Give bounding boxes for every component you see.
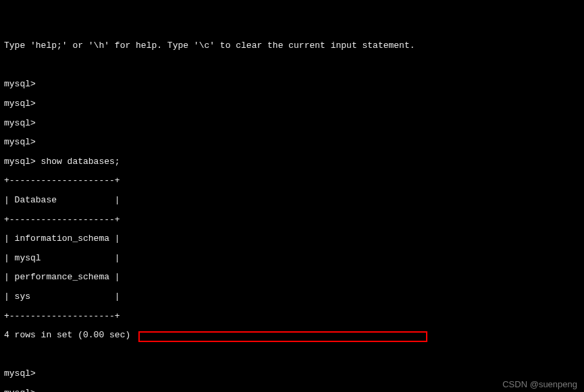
prompt-line: mysql>: [4, 99, 580, 109]
prompt-line: mysql>: [4, 138, 580, 147]
watermark: CSDN @suenpeng: [502, 380, 577, 389]
table-row: | information_schema |: [4, 234, 580, 244]
prompt-line: mysql>: [4, 389, 580, 392]
cmd-show-databases: mysql> show databases;: [4, 157, 580, 167]
table-header: | Database |: [4, 196, 580, 205]
table-row: | performance_schema |: [4, 273, 580, 282]
table-row: | sys |: [4, 292, 580, 302]
table-row: | mysql |: [4, 254, 580, 263]
help-intro-line: Type 'help;' or '\h' for help. Type '\c'…: [4, 41, 580, 51]
blank-line: [4, 350, 580, 360]
prompt-line: mysql>: [4, 119, 580, 128]
prompt-line: mysql>: [4, 369, 580, 379]
result-summary: 4 rows in set (0.00 sec): [4, 331, 580, 340]
prompt-line: mysql>: [4, 80, 580, 89]
blank-line: [4, 61, 580, 70]
table-border: +--------------------+: [4, 215, 580, 225]
table-border: +--------------------+: [4, 176, 580, 186]
table-border: +--------------------+: [4, 312, 580, 321]
